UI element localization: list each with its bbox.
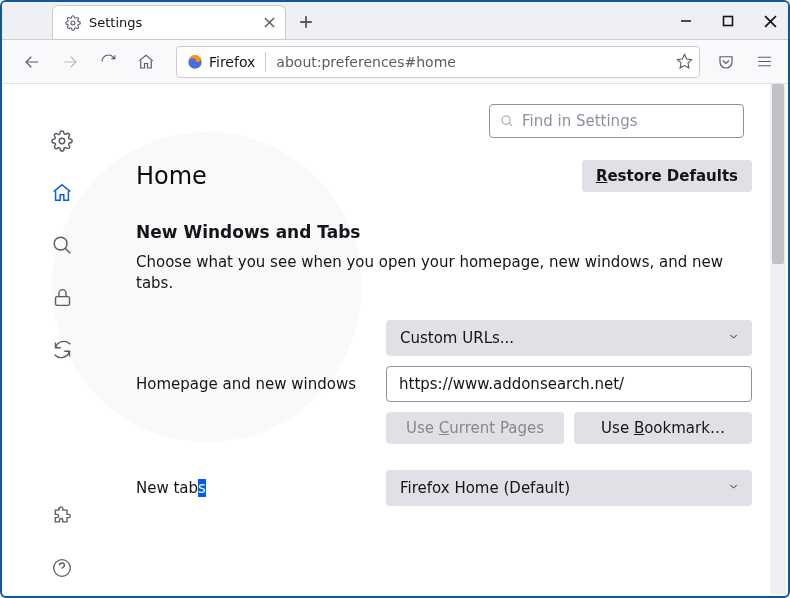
url-separator: [265, 52, 266, 72]
toolbar: Firefox about:preferences#home: [2, 40, 788, 84]
section-description: Choose what you see when you open your h…: [136, 252, 752, 294]
maximize-button[interactable]: [718, 11, 738, 31]
newtabs-select-value: Firefox Home (Default): [400, 479, 570, 497]
homepage-url-input[interactable]: [386, 366, 752, 402]
chevron-down-icon: [727, 329, 740, 347]
sidebar: [2, 84, 122, 596]
use-current-pages-button: Use Current Pages: [386, 412, 564, 444]
svg-line-18: [65, 248, 70, 253]
page-title: Home: [136, 162, 207, 190]
search-placeholder: Find in Settings: [522, 112, 637, 130]
sidebar-home-icon[interactable]: [50, 181, 74, 205]
svg-rect-19: [55, 296, 69, 305]
gear-icon: [65, 15, 81, 31]
close-window-button[interactable]: [760, 11, 780, 31]
search-input[interactable]: Find in Settings: [489, 104, 744, 138]
restore-defaults-button[interactable]: Restore Defaults: [582, 160, 752, 192]
newtabs-select[interactable]: Firefox Home (Default): [386, 470, 752, 506]
svg-point-4: [71, 21, 75, 25]
firefox-icon: [187, 54, 203, 70]
url-text: about:preferences#home: [276, 54, 669, 70]
scrollbar[interactable]: [770, 84, 786, 594]
tab-strip: Settings: [2, 2, 788, 40]
sidebar-support-icon[interactable]: [50, 556, 74, 580]
newtabs-label: New tabs: [136, 479, 366, 497]
bookmark-star-icon[interactable]: [675, 53, 693, 71]
new-tab-button[interactable]: [292, 8, 320, 36]
forward-button: [54, 46, 86, 78]
back-button[interactable]: [16, 46, 48, 78]
main-content: Find in Settings Home Restore Defaults N…: [122, 84, 788, 596]
homepage-select[interactable]: Custom URLs...: [386, 320, 752, 356]
tab-title: Settings: [89, 15, 253, 30]
svg-marker-12: [677, 54, 691, 67]
homepage-label: Homepage and new windows: [136, 375, 366, 393]
url-bar[interactable]: Firefox about:preferences#home: [176, 46, 700, 78]
scrollbar-thumb[interactable]: [772, 84, 784, 264]
home-button[interactable]: [130, 46, 162, 78]
minimize-button[interactable]: [676, 11, 696, 31]
use-bookmark-button[interactable]: Use Bookmark…: [574, 412, 752, 444]
menu-button[interactable]: [748, 46, 780, 78]
svg-point-22: [502, 116, 510, 124]
sidebar-general-icon[interactable]: [50, 129, 74, 153]
url-label: Firefox: [209, 54, 255, 70]
svg-point-16: [59, 138, 65, 144]
close-tab-icon[interactable]: [261, 15, 277, 31]
pocket-button[interactable]: [710, 46, 742, 78]
tab-settings[interactable]: Settings: [52, 5, 286, 39]
window-controls: [676, 2, 780, 40]
svg-point-17: [54, 237, 67, 250]
sidebar-search-icon[interactable]: [50, 233, 74, 257]
svg-rect-1: [724, 17, 733, 26]
section-heading: New Windows and Tabs: [136, 222, 752, 242]
sidebar-sync-icon[interactable]: [50, 337, 74, 361]
sidebar-extensions-icon[interactable]: [50, 504, 74, 528]
reload-button[interactable]: [92, 46, 124, 78]
chevron-down-icon: [727, 479, 740, 497]
homepage-select-value: Custom URLs...: [400, 329, 514, 347]
sidebar-privacy-icon[interactable]: [50, 285, 74, 309]
svg-line-23: [509, 123, 512, 126]
